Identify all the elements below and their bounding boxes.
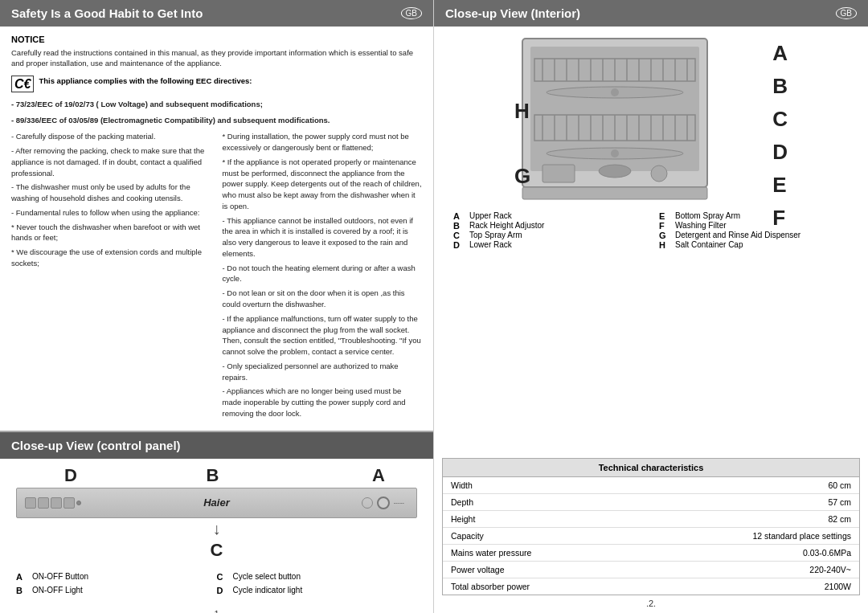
row-label-height: Height xyxy=(443,511,633,528)
part-D: D Lower Rack xyxy=(453,240,643,250)
table-row: Mains water pressure 0.03-0.6MPa xyxy=(443,545,859,562)
gb-badge-right: GB xyxy=(836,7,857,19)
rc-6: - Only specialized personnel are authori… xyxy=(223,361,423,383)
row-label-width: Width xyxy=(443,477,633,494)
right-page: Close-up View (Interior) GB xyxy=(434,0,868,613)
interior-title: Close-up View (Interior) xyxy=(445,6,580,20)
legend-letter-D: D xyxy=(217,586,228,595)
directive1: - 73/23/EEC of 19/02/73 ( Low Voltage) a… xyxy=(11,99,422,110)
diag-letter-F: F xyxy=(772,206,788,231)
parts-col-left: A Upper Rack B Rack Height Adjustor C To… xyxy=(453,211,643,250)
part-letter-C: C xyxy=(453,231,465,240)
legend-letter-B: B xyxy=(16,586,27,595)
gb-badge-left: GB xyxy=(401,7,422,19)
part-letter-E: E xyxy=(659,211,670,221)
top-row-labels: D B A xyxy=(16,465,417,486)
diag-letter-H: H xyxy=(514,99,530,124)
diagram-container: A B C D E F H G xyxy=(445,35,857,211)
part-B: B Rack Height Adjustor xyxy=(453,221,643,231)
control-panel-area: D B A Haier xyxy=(0,459,433,567)
diag-letter-C: C xyxy=(772,107,788,132)
row-value-voltage: 220-240V~ xyxy=(633,562,859,578)
label-D: D xyxy=(64,465,77,486)
interior-section: A B C D E F H G xyxy=(434,27,868,266)
control-legend: A ON-OFF Button B ON-OFF Light C Cycle s… xyxy=(0,567,433,606)
panel-circle-btn xyxy=(377,497,390,509)
legend-label-B: ON-OFF Light xyxy=(32,586,83,595)
diag-letter-A: A xyxy=(772,41,788,66)
legend-item-C: C Cycle select button xyxy=(217,572,418,582)
prog-icon-3 xyxy=(51,497,62,509)
right-panel-items: ----- xyxy=(362,497,404,509)
bullet-4: * Never touch the dishwasher when barefo… xyxy=(11,222,211,244)
diagram-wrapper: A B C D E F H G xyxy=(514,35,788,211)
spacer xyxy=(434,266,868,458)
left-page: Safety Is a Good Habit to Get Into GB NO… xyxy=(0,0,434,613)
part-letter-D: D xyxy=(453,240,465,250)
legend-col-right: C Cycle select button D Cycle indicator … xyxy=(217,572,418,599)
part-A: A Upper Rack xyxy=(453,211,643,221)
label-B: B xyxy=(207,465,219,486)
row-label-depth: Depth xyxy=(443,494,633,511)
part-label-H: Salt Container Cap xyxy=(675,240,743,249)
label-A: A xyxy=(372,465,385,486)
part-letter-G: G xyxy=(659,231,670,240)
rc-4: - Do not lean or sit on the door when it… xyxy=(223,288,423,310)
rc-2: - This appliance cannot be installed out… xyxy=(223,215,423,260)
control-panel-section: Close-up View (control panel) D B A xyxy=(0,431,433,606)
part-label-C: Top Spray Arm xyxy=(469,231,522,239)
legend-item-A: A ON-OFF Button xyxy=(16,572,217,582)
rc-5: - If the appliance malfunctions, turn of… xyxy=(223,313,423,358)
prog-icon-4 xyxy=(63,497,75,509)
legend-label-C: Cycle select button xyxy=(233,572,301,581)
diag-letter-B: B xyxy=(772,74,788,99)
row-value-depth: 57 cm xyxy=(633,494,859,511)
bullet-1: - After removing the packing, check to m… xyxy=(11,145,211,178)
svg-point-36 xyxy=(651,166,667,182)
safety-title: Safety Is a Good Habit to Get Into xyxy=(11,6,203,20)
row-label-voltage: Power voltage xyxy=(443,562,633,578)
bullet-5: * We discourage the use of extension cor… xyxy=(11,247,211,269)
ce-compliance-text: This appliance complies with the followi… xyxy=(39,76,252,86)
safety-content: NOTICE Carefully read the instructions c… xyxy=(0,27,433,431)
part-label-D: Lower Rack xyxy=(469,240,512,249)
row-value-pressure: 0.03-0.6MPa xyxy=(633,545,859,562)
control-panel-header: Close-up View (control panel) xyxy=(0,432,433,459)
rc-7: - Appliances which are no longer being u… xyxy=(223,386,423,419)
panel-circle-outline xyxy=(362,497,373,509)
row-value-capacity: 12 standard place settings xyxy=(633,528,859,545)
bullet-3: - Fundamental rules to follow when using… xyxy=(11,207,211,219)
part-H: H Salt Container Cap xyxy=(659,240,849,250)
part-label-F: Washing Filter xyxy=(675,221,727,230)
parts-col-right: E Bottom Spray Arm F Washing Filter G De… xyxy=(659,211,849,250)
left-col: - Carefully dispose of the packing mater… xyxy=(11,131,211,422)
row-label-capacity: Capacity xyxy=(443,528,633,545)
row-value-height: 82 cm xyxy=(633,511,859,528)
left-letters: H G xyxy=(514,99,530,189)
legend-item-D: D Cycle indicator light xyxy=(217,586,418,595)
safety-two-col: - Carefully dispose of the packing mater… xyxy=(11,131,422,422)
label-C: C xyxy=(211,540,223,561)
page-num-left: .1. xyxy=(0,606,433,613)
prog-icon-1 xyxy=(25,497,36,509)
right-letters: A B C D E F xyxy=(772,35,788,231)
part-label-A: Upper Rack xyxy=(469,211,512,220)
page: Safety Is a Good Habit to Get Into GB NO… xyxy=(0,0,868,613)
part-label-G: Detergent and Rinse Aid Dispenser xyxy=(675,231,800,239)
diag-letter-D: D xyxy=(772,140,788,165)
prog-dot xyxy=(76,501,81,505)
tech-table-title: Technical characteristics xyxy=(443,459,859,477)
legend-letter-C: C xyxy=(217,572,228,582)
page-num-right: .2. xyxy=(434,595,868,613)
brand-label: Haier xyxy=(203,497,230,509)
rc-0: * During installation, the power supply … xyxy=(223,131,423,153)
row-label-power: Total absorber power xyxy=(443,578,633,595)
ce-mark: C€ xyxy=(11,76,34,92)
table-row: Depth 57 cm xyxy=(443,494,859,511)
legend-col-left: A ON-OFF Button B ON-OFF Light xyxy=(16,572,217,599)
part-G: G Detergent and Rinse Aid Dispenser xyxy=(659,231,849,240)
legend-item-B: B ON-OFF Light xyxy=(16,586,217,595)
part-E: E Bottom Spray Arm xyxy=(659,211,849,221)
table-row: Power voltage 220-240V~ xyxy=(443,562,859,578)
svg-rect-2 xyxy=(522,187,707,199)
